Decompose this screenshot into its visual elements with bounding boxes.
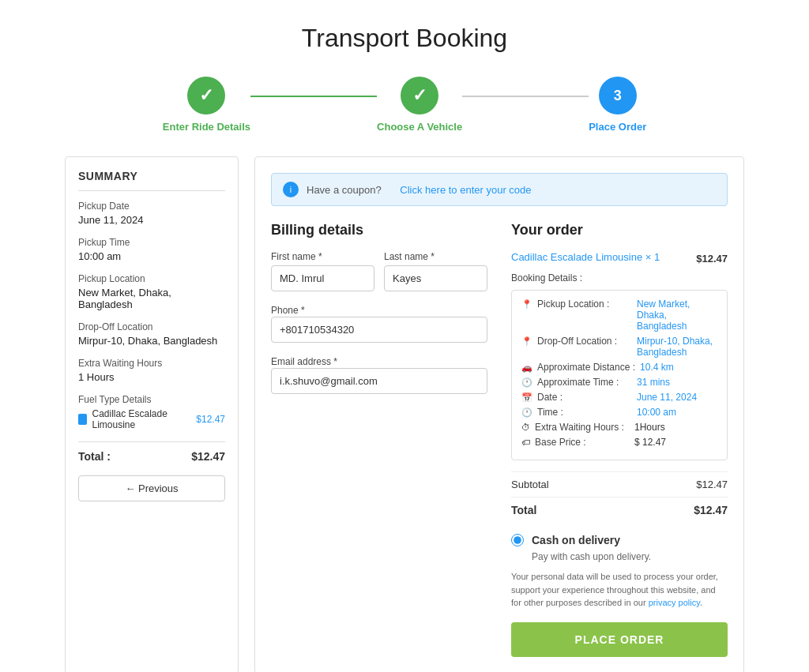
payment-option[interactable]: Cash on delivery	[511, 534, 728, 546]
pickup-time-value: 10:00 am	[78, 250, 225, 262]
email-group: Email address *	[271, 354, 487, 394]
waiting-label: Extra Waiting Hours :	[535, 422, 630, 433]
page-title: Transport Booking	[0, 0, 809, 69]
summary-total-value: $12.47	[191, 450, 225, 463]
detail-time: 🕐 Time : 10:00 am	[521, 407, 717, 418]
fuel-type-label: Fuel Type Details	[78, 394, 225, 405]
summary-pickup-date: Pickup Date June 11, 2024	[78, 201, 225, 226]
date-icon: 📅	[521, 392, 532, 403]
subtotal-label: Subtotal	[511, 479, 549, 490]
first-name-label: First name *	[271, 251, 374, 262]
time-label: Time :	[537, 407, 632, 418]
pickup-time-label: Pickup Time	[78, 237, 225, 248]
pickup-date-label: Pickup Date	[78, 201, 225, 212]
summary-dropoff-location: Drop-Off Location Mirpur-10, Dhaka, Bang…	[78, 321, 225, 347]
waiting-icon: ⏱	[521, 422, 530, 432]
date-value: June 11, 2024	[637, 392, 697, 403]
stepper-item-choose-vehicle: Choose A Vehicle	[377, 77, 462, 133]
distance-label: Approximate Distance :	[537, 362, 635, 373]
payment-radio[interactable]	[511, 534, 524, 546]
approx-time-icon: 🕐	[521, 377, 532, 388]
detail-date: 📅 Date : June 11, 2024	[521, 392, 717, 403]
phone-label: Phone *	[271, 305, 305, 316]
stepper-circle-3: 3	[599, 77, 637, 115]
order-columns: Billing details First name * Last name *…	[271, 222, 728, 657]
base-price-icon: 🏷	[521, 437, 530, 447]
coupon-link[interactable]: Click here to enter your code	[400, 184, 531, 196]
payment-method-label: Cash on delivery	[532, 534, 620, 546]
waiting-value: 1Hours	[634, 422, 665, 433]
privacy-text: Your personal data will be used to proce…	[511, 570, 728, 610]
stepper-line-1	[250, 96, 377, 97]
email-input[interactable]	[271, 368, 487, 394]
fuel-type-item: Cadillac Escalade Limousine $12.47	[78, 408, 225, 430]
stepper-line-2	[462, 96, 589, 97]
order-item-name: Cadillac Escalade Limousine × 1	[511, 251, 660, 263]
summary-title: SUMMARY	[78, 170, 225, 191]
order-panel: i Have a coupon? Click here to enter you…	[254, 156, 744, 672]
privacy-policy-link[interactable]: privacy policy	[649, 598, 700, 607]
summary-total-label: Total :	[78, 450, 111, 463]
dropoff-location-label: Drop-Off Location	[78, 321, 225, 332]
payment-desc: Pay with cash upon delivery.	[532, 551, 728, 562]
first-name-input[interactable]	[271, 265, 374, 291]
phone-input[interactable]	[271, 317, 487, 343]
main-container: SUMMARY Pickup Date June 11, 2024 Pickup…	[49, 156, 760, 672]
last-name-group: Last name *	[384, 251, 487, 291]
distance-icon: 🚗	[521, 362, 532, 373]
base-price-value: $ 12.47	[634, 437, 666, 448]
detail-pickup-location: 📍 Pickup Location : New Market, Dhaka, B…	[521, 298, 717, 332]
billing-column: Billing details First name * Last name *…	[271, 222, 487, 657]
detail-dropoff-location: 📍 Drop-Off Location : Mirpur-10, Dhaka, …	[521, 336, 717, 358]
summary-pickup-time: Pickup Time 10:00 am	[78, 237, 225, 262]
summary-previous-button[interactable]: ← Previous	[78, 475, 225, 501]
pickup-loc-icon: 📍	[521, 299, 532, 310]
base-price-label: Base Price :	[535, 437, 630, 448]
first-name-group: First name *	[271, 251, 374, 291]
dropoff-loc-icon: 📍	[521, 336, 532, 347]
subtotal-row: Subtotal $12.47	[511, 471, 728, 497]
pickup-loc-label: Pickup Location :	[537, 298, 632, 310]
stepper-item-enter-ride: Enter Ride Details	[163, 77, 250, 133]
stepper-item-place-order: 3 Place Order	[589, 77, 646, 133]
fuel-item-label: Cadillac Escalade Limousine	[92, 408, 191, 430]
stepper-circle-1	[187, 77, 225, 115]
summary-panel: SUMMARY Pickup Date June 11, 2024 Pickup…	[65, 156, 239, 672]
order-item-header: Cadillac Escalade Limousine × 1 $12.47	[511, 251, 728, 266]
summary-waiting-hours: Extra Waiting Hours 1 Hours	[78, 358, 225, 383]
last-name-input[interactable]	[384, 265, 487, 291]
approx-time-label: Approximate Time :	[537, 377, 632, 388]
dropoff-loc-value: Mirpur-10, Dhaka, Bangladesh	[637, 336, 717, 358]
order-column: Your order Cadillac Escalade Limousine ×…	[511, 222, 728, 657]
time-value: 10:00 am	[637, 407, 676, 418]
stepper-circle-2	[401, 77, 438, 115]
pickup-date-value: June 11, 2024	[78, 214, 225, 226]
stepper-label-2: Choose A Vehicle	[377, 121, 462, 133]
date-label: Date :	[537, 392, 632, 403]
order-title: Your order	[511, 222, 728, 238]
detail-distance: 🚗 Approximate Distance : 10.4 km	[521, 362, 717, 373]
fuel-icon	[78, 414, 87, 425]
approx-time-value: 31 mins	[637, 377, 670, 388]
subtotal-value: $12.47	[696, 479, 728, 490]
phone-group: Phone *	[271, 302, 487, 343]
stepper-label-1: Enter Ride Details	[163, 121, 250, 133]
billing-title: Billing details	[271, 222, 487, 238]
dropoff-location-value: Mirpur-10, Dhaka, Bangladesh	[78, 335, 225, 347]
place-order-button[interactable]: PLACE ORDER	[511, 622, 728, 657]
booking-details-box: 📍 Pickup Location : New Market, Dhaka, B…	[511, 290, 728, 460]
coupon-icon: i	[283, 182, 299, 197]
last-name-label: Last name *	[384, 251, 487, 262]
pickup-location-label: Pickup Location	[78, 273, 225, 284]
order-item-price: $12.47	[696, 253, 728, 265]
detail-waiting: ⏱ Extra Waiting Hours : 1Hours	[521, 422, 717, 433]
coupon-banner[interactable]: i Have a coupon? Click here to enter you…	[271, 173, 728, 206]
detail-base-price: 🏷 Base Price : $ 12.47	[521, 437, 717, 448]
name-row: First name * Last name *	[271, 251, 487, 291]
order-total-label: Total	[511, 504, 536, 516]
distance-value: 10.4 km	[640, 362, 674, 373]
order-total-value: $12.47	[694, 504, 728, 516]
dropoff-loc-label: Drop-Off Location :	[537, 336, 632, 347]
summary-total: Total : $12.47	[78, 441, 225, 463]
waiting-hours-label: Extra Waiting Hours	[78, 358, 225, 369]
